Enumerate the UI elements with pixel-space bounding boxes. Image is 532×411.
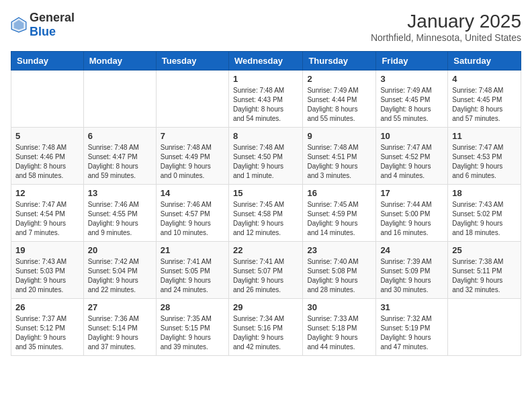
day-number: 11 [452, 131, 517, 141]
day-info: Sunrise: 7:43 AM Sunset: 5:03 PM Dayligh… [15, 257, 79, 295]
day-number: 2 [307, 74, 371, 84]
day-header-sunday: Sunday [11, 52, 84, 71]
day-number: 9 [307, 131, 371, 141]
calendar-cell [156, 71, 228, 128]
day-header-friday: Friday [376, 52, 448, 71]
day-header-saturday: Saturday [448, 52, 521, 71]
calendar-cell: 11Sunrise: 7:47 AM Sunset: 4:53 PM Dayli… [448, 128, 521, 185]
calendar-cell: 30Sunrise: 7:33 AM Sunset: 5:18 PM Dayli… [303, 299, 376, 356]
calendar-header-row: SundayMondayTuesdayWednesdayThursdayFrid… [11, 52, 521, 71]
day-info: Sunrise: 7:45 AM Sunset: 4:59 PM Dayligh… [307, 200, 371, 238]
day-number: 4 [452, 74, 517, 84]
day-number: 15 [233, 188, 298, 198]
day-info: Sunrise: 7:32 AM Sunset: 5:19 PM Dayligh… [380, 314, 443, 352]
logo: General Blue [11, 11, 75, 39]
day-number: 20 [88, 245, 152, 255]
day-info: Sunrise: 7:43 AM Sunset: 5:02 PM Dayligh… [452, 200, 517, 238]
calendar-cell: 14Sunrise: 7:46 AM Sunset: 4:57 PM Dayli… [156, 185, 228, 242]
calendar-cell [83, 71, 156, 128]
calendar-cell: 7Sunrise: 7:48 AM Sunset: 4:49 PM Daylig… [156, 128, 228, 185]
day-info: Sunrise: 7:40 AM Sunset: 5:08 PM Dayligh… [307, 257, 371, 295]
day-info: Sunrise: 7:38 AM Sunset: 5:11 PM Dayligh… [452, 257, 517, 295]
calendar-cell: 13Sunrise: 7:46 AM Sunset: 4:55 PM Dayli… [83, 185, 156, 242]
day-number: 3 [380, 74, 443, 84]
day-info: Sunrise: 7:45 AM Sunset: 4:58 PM Dayligh… [233, 200, 298, 238]
day-number: 18 [452, 188, 517, 198]
calendar-cell: 12Sunrise: 7:47 AM Sunset: 4:54 PM Dayli… [11, 185, 84, 242]
calendar-cell: 9Sunrise: 7:48 AM Sunset: 4:51 PM Daylig… [303, 128, 376, 185]
day-info: Sunrise: 7:41 AM Sunset: 5:05 PM Dayligh… [161, 257, 224, 295]
day-info: Sunrise: 7:49 AM Sunset: 4:45 PM Dayligh… [380, 86, 443, 124]
calendar-cell: 1Sunrise: 7:48 AM Sunset: 4:43 PM Daylig… [228, 71, 302, 128]
day-number: 10 [380, 131, 443, 141]
day-header-wednesday: Wednesday [228, 52, 302, 71]
day-info: Sunrise: 7:37 AM Sunset: 5:12 PM Dayligh… [15, 314, 79, 352]
day-info: Sunrise: 7:39 AM Sunset: 5:09 PM Dayligh… [380, 257, 443, 295]
day-info: Sunrise: 7:46 AM Sunset: 4:57 PM Dayligh… [161, 200, 224, 238]
day-number: 24 [380, 245, 443, 255]
day-number: 16 [307, 188, 371, 198]
calendar-cell: 26Sunrise: 7:37 AM Sunset: 5:12 PM Dayli… [11, 299, 84, 356]
day-number: 19 [15, 245, 79, 255]
calendar-cell [11, 71, 84, 128]
calendar-cell: 4Sunrise: 7:48 AM Sunset: 4:45 PM Daylig… [448, 71, 521, 128]
day-info: Sunrise: 7:48 AM Sunset: 4:51 PM Dayligh… [307, 143, 371, 181]
calendar-week-2: 5Sunrise: 7:48 AM Sunset: 4:46 PM Daylig… [11, 128, 521, 185]
day-number: 22 [233, 245, 298, 255]
day-number: 14 [161, 188, 224, 198]
calendar-cell: 19Sunrise: 7:43 AM Sunset: 5:03 PM Dayli… [11, 242, 84, 299]
day-number: 17 [380, 188, 443, 198]
day-number: 30 [307, 302, 371, 312]
calendar-cell: 22Sunrise: 7:41 AM Sunset: 5:07 PM Dayli… [228, 242, 302, 299]
day-info: Sunrise: 7:42 AM Sunset: 5:04 PM Dayligh… [88, 257, 152, 295]
page-header: General Blue January 2025 Northfield, Mi… [11, 11, 521, 43]
calendar-cell: 16Sunrise: 7:45 AM Sunset: 4:59 PM Dayli… [303, 185, 376, 242]
day-header-monday: Monday [83, 52, 156, 71]
day-info: Sunrise: 7:47 AM Sunset: 4:52 PM Dayligh… [380, 143, 443, 181]
calendar-cell [448, 299, 521, 356]
day-number: 8 [233, 131, 298, 141]
day-info: Sunrise: 7:47 AM Sunset: 4:53 PM Dayligh… [452, 143, 517, 181]
logo-icon [11, 17, 27, 33]
logo-text: General Blue [30, 11, 75, 39]
calendar-cell: 31Sunrise: 7:32 AM Sunset: 5:19 PM Dayli… [376, 299, 448, 356]
calendar-week-4: 19Sunrise: 7:43 AM Sunset: 5:03 PM Dayli… [11, 242, 521, 299]
calendar-cell: 3Sunrise: 7:49 AM Sunset: 4:45 PM Daylig… [376, 71, 448, 128]
calendar-cell: 18Sunrise: 7:43 AM Sunset: 5:02 PM Dayli… [448, 185, 521, 242]
calendar-cell: 10Sunrise: 7:47 AM Sunset: 4:52 PM Dayli… [376, 128, 448, 185]
logo-blue: Blue [30, 25, 56, 38]
day-number: 12 [15, 188, 79, 198]
logo-general: General [30, 11, 75, 24]
day-info: Sunrise: 7:48 AM Sunset: 4:49 PM Dayligh… [161, 143, 224, 181]
calendar-cell: 27Sunrise: 7:36 AM Sunset: 5:14 PM Dayli… [83, 299, 156, 356]
day-number: 25 [452, 245, 517, 255]
calendar-cell: 8Sunrise: 7:48 AM Sunset: 4:50 PM Daylig… [228, 128, 302, 185]
day-header-tuesday: Tuesday [156, 52, 228, 71]
day-number: 31 [380, 302, 443, 312]
calendar-cell: 15Sunrise: 7:45 AM Sunset: 4:58 PM Dayli… [228, 185, 302, 242]
calendar-cell: 17Sunrise: 7:44 AM Sunset: 5:00 PM Dayli… [376, 185, 448, 242]
month-title: January 2025 [371, 11, 521, 32]
calendar-cell: 28Sunrise: 7:35 AM Sunset: 5:15 PM Dayli… [156, 299, 228, 356]
day-number: 28 [161, 302, 224, 312]
day-number: 23 [307, 245, 371, 255]
calendar-cell: 5Sunrise: 7:48 AM Sunset: 4:46 PM Daylig… [11, 128, 84, 185]
calendar-cell: 25Sunrise: 7:38 AM Sunset: 5:11 PM Dayli… [448, 242, 521, 299]
calendar-cell: 23Sunrise: 7:40 AM Sunset: 5:08 PM Dayli… [303, 242, 376, 299]
day-info: Sunrise: 7:35 AM Sunset: 5:15 PM Dayligh… [161, 314, 224, 352]
calendar-table: SundayMondayTuesdayWednesdayThursdayFrid… [11, 51, 521, 356]
calendar-cell: 21Sunrise: 7:41 AM Sunset: 5:05 PM Dayli… [156, 242, 228, 299]
day-info: Sunrise: 7:46 AM Sunset: 4:55 PM Dayligh… [88, 200, 152, 238]
calendar-week-5: 26Sunrise: 7:37 AM Sunset: 5:12 PM Dayli… [11, 299, 521, 356]
day-header-thursday: Thursday [303, 52, 376, 71]
calendar-cell: 6Sunrise: 7:48 AM Sunset: 4:47 PM Daylig… [83, 128, 156, 185]
day-number: 27 [88, 302, 152, 312]
day-number: 29 [233, 302, 298, 312]
day-info: Sunrise: 7:33 AM Sunset: 5:18 PM Dayligh… [307, 314, 371, 352]
calendar-cell: 2Sunrise: 7:49 AM Sunset: 4:44 PM Daylig… [303, 71, 376, 128]
day-info: Sunrise: 7:49 AM Sunset: 4:44 PM Dayligh… [307, 86, 371, 124]
day-info: Sunrise: 7:36 AM Sunset: 5:14 PM Dayligh… [88, 314, 152, 352]
day-number: 21 [161, 245, 224, 255]
calendar-week-3: 12Sunrise: 7:47 AM Sunset: 4:54 PM Dayli… [11, 185, 521, 242]
calendar-cell: 20Sunrise: 7:42 AM Sunset: 5:04 PM Dayli… [83, 242, 156, 299]
